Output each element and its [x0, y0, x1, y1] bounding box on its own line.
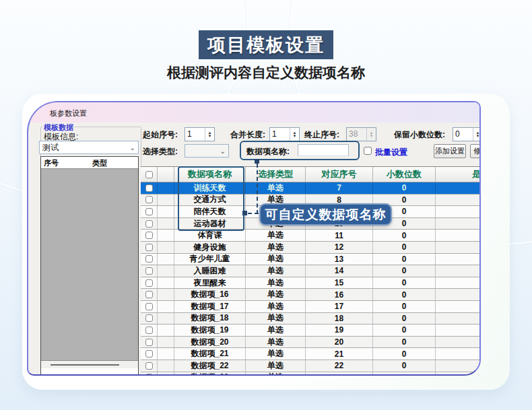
table-row[interactable]: 数据项_23单选230 — [141, 372, 481, 376]
spinner-arrows-icon[interactable]: ▲▼ — [290, 128, 299, 141]
modify-setting-button[interactable]: 修改设置 — [470, 144, 481, 158]
cell-extra — [436, 265, 481, 277]
cell-extra — [436, 277, 481, 289]
table-row[interactable]: 入睡困难单选140 — [141, 265, 481, 277]
scrollbar-thumb[interactable] — [51, 364, 119, 366]
cell-seq: 17 — [306, 301, 373, 312]
row-checkbox-cell[interactable] — [141, 254, 158, 265]
cell-decimals: 0 — [373, 242, 436, 253]
column-header — [158, 167, 174, 182]
row-checkbox[interactable] — [145, 196, 153, 203]
spinner-arrows-icon[interactable]: ▲▼ — [205, 128, 214, 141]
cell-select-type: 单选 — [246, 337, 306, 348]
row-checkbox[interactable] — [145, 208, 153, 215]
table-row[interactable]: 数据项_19单选190 — [141, 324, 481, 337]
table-row[interactable]: 数据项_22单选220 — [141, 360, 481, 372]
table-row[interactable]: 健身设施单选120 — [141, 242, 481, 254]
row-checkbox[interactable] — [145, 339, 153, 346]
batch-setting-checkbox[interactable] — [364, 147, 372, 155]
cell-extra — [436, 324, 481, 336]
cell-select-type: 单选 — [246, 348, 306, 360]
row-indicator-cell — [158, 265, 174, 277]
spinner-arrows-icon[interactable]: ▲▼ — [473, 128, 481, 141]
chevron-down-icon: ⌄ — [220, 147, 226, 155]
row-checkbox[interactable] — [145, 374, 153, 376]
cell-decimals: 0 — [373, 289, 436, 300]
cell-extra — [436, 195, 481, 206]
row-checkbox-cell[interactable] — [141, 313, 158, 324]
column-header: 选择类型 — [246, 167, 306, 182]
cell-item-name: 数据项_18 — [174, 313, 246, 324]
settings-window: 板参数设置 模板数据 模板信息: 测试 ⌄ 序号 类型 起始序号: 1 ▲▼ 合… — [27, 101, 481, 376]
select-all-checkbox[interactable] — [145, 171, 153, 178]
list-horizontal-scrollbar[interactable] — [41, 361, 138, 368]
cell-select-type: 单选 — [246, 182, 306, 194]
table-row[interactable]: 数据项_17单选170 — [141, 301, 481, 313]
row-checkbox[interactable] — [145, 303, 153, 310]
row-checkbox[interactable] — [145, 327, 153, 334]
start-seq-value[interactable]: 1 — [185, 128, 205, 141]
cell-select-type: 单选 — [246, 313, 306, 324]
row-checkbox-cell[interactable] — [141, 195, 158, 206]
row-indicator-cell — [158, 301, 174, 312]
row-checkbox-cell[interactable] — [141, 242, 158, 253]
merge-len-value[interactable]: 1 — [270, 128, 290, 141]
header-checkbox-cell[interactable] — [141, 167, 158, 182]
row-checkbox-cell[interactable] — [141, 265, 158, 277]
cell-seq: 22 — [306, 360, 373, 372]
template-select[interactable]: 测试 ⌄ — [39, 141, 139, 154]
row-checkbox-cell[interactable] — [141, 218, 158, 230]
chevron-down-icon: ⌄ — [130, 144, 135, 151]
sequence-type-list[interactable]: 序号 类型 — [40, 156, 139, 375]
row-checkbox[interactable] — [145, 244, 153, 251]
column-header: 对应序号 — [306, 167, 373, 182]
row-checkbox[interactable] — [145, 314, 153, 322]
cell-seq: 23 — [306, 372, 373, 376]
list-header-type: 类型 — [90, 157, 110, 168]
row-checkbox[interactable] — [145, 267, 153, 275]
item-name-input[interactable] — [298, 144, 349, 156]
table-row[interactable]: 体育课单选110 — [141, 230, 481, 242]
connector-dot — [255, 159, 259, 164]
row-checkbox-cell[interactable] — [141, 348, 158, 360]
row-checkbox[interactable] — [145, 184, 153, 192]
row-checkbox[interactable] — [145, 232, 153, 239]
row-checkbox-cell[interactable] — [141, 372, 158, 376]
select-type-dropdown[interactable]: ⌄ — [185, 144, 229, 158]
row-checkbox[interactable] — [145, 255, 153, 263]
start-seq-stepper[interactable]: 1 ▲▼ — [185, 127, 215, 141]
merge-len-stepper[interactable]: 1 ▲▼ — [269, 127, 300, 141]
row-checkbox[interactable] — [145, 362, 153, 370]
table-row[interactable]: 数据项_21单选210 — [141, 348, 481, 360]
row-checkbox-cell[interactable] — [141, 289, 158, 300]
cell-select-type: 单选 — [246, 372, 306, 376]
add-setting-button[interactable]: 添加设置 — [434, 144, 466, 158]
row-checkbox[interactable] — [145, 279, 153, 287]
decimals-value[interactable]: 0 — [453, 128, 473, 141]
row-checkbox-cell[interactable] — [141, 182, 158, 194]
cell-extra — [436, 242, 481, 253]
row-checkbox[interactable] — [145, 220, 153, 228]
cell-decimals: 0 — [373, 360, 436, 372]
row-checkbox-cell[interactable] — [141, 324, 158, 336]
table-row[interactable]: 数据项_18单选180 — [141, 313, 481, 325]
table-row[interactable]: 青少年儿童单选130 — [141, 254, 481, 266]
decimals-stepper[interactable]: 0 ▲▼ — [453, 127, 481, 141]
table-row[interactable]: 数据项_20单选200 — [141, 337, 481, 349]
row-checkbox-cell[interactable] — [141, 206, 158, 217]
table-row[interactable]: 数据项_16单选160 — [141, 289, 481, 301]
row-checkbox-cell[interactable] — [141, 360, 158, 372]
cell-seq: 20 — [306, 337, 373, 348]
row-checkbox[interactable] — [145, 350, 153, 357]
row-checkbox[interactable] — [145, 291, 153, 298]
end-seq-label: 终止序号: — [304, 129, 339, 141]
row-checkbox-cell[interactable] — [141, 301, 158, 312]
row-checkbox-cell[interactable] — [141, 230, 158, 241]
cell-item-name: 数据项_20 — [174, 337, 246, 348]
cell-item-name: 夜里醒来 — [174, 277, 246, 289]
item-name-label: 数据项名称: — [246, 146, 290, 158]
cell-seq: 16 — [306, 289, 373, 300]
table-row[interactable]: 夜里醒来单选150 — [141, 277, 481, 289]
row-checkbox-cell[interactable] — [141, 337, 158, 348]
row-checkbox-cell[interactable] — [141, 277, 158, 289]
